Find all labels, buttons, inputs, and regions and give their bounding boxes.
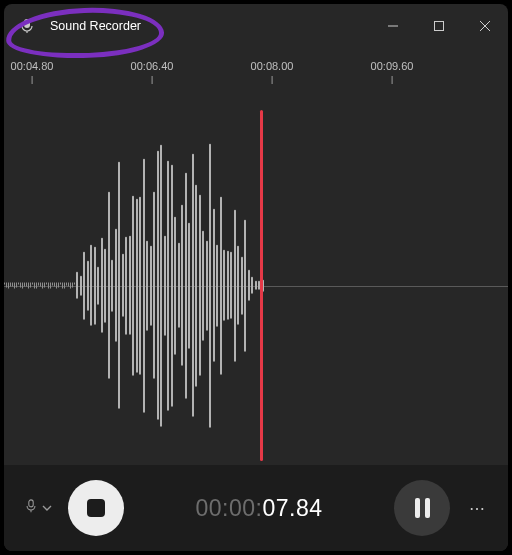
elapsed-timer: 00:00:07.84 bbox=[134, 495, 384, 522]
minimize-button[interactable] bbox=[370, 4, 416, 48]
titlebar: Sound Recorder bbox=[4, 4, 508, 48]
control-bar: 00:00:07.84 ⋯ bbox=[4, 465, 508, 551]
stop-button[interactable] bbox=[68, 480, 124, 536]
app-window: Sound Recorder 00:04.80 00:06.40 bbox=[4, 4, 508, 551]
ruler-tick: 00:09.60 bbox=[371, 60, 414, 84]
ellipsis-icon: ⋯ bbox=[469, 499, 486, 518]
tick-label: 00:04.80 bbox=[11, 60, 54, 72]
waveform-bars bbox=[76, 143, 264, 428]
svg-rect-0 bbox=[24, 19, 30, 28]
svg-rect-6 bbox=[29, 500, 33, 507]
stop-icon bbox=[87, 499, 105, 517]
window-controls bbox=[370, 4, 508, 48]
time-ruler: 00:04.80 00:06.40 00:08.00 00:09.60 bbox=[4, 48, 508, 92]
mic-icon bbox=[24, 499, 38, 517]
close-button[interactable] bbox=[462, 4, 508, 48]
mic-selector[interactable] bbox=[18, 493, 58, 523]
timer-dim: 00:00: bbox=[195, 495, 262, 521]
tick-label: 00:08.00 bbox=[251, 60, 294, 72]
playhead[interactable] bbox=[260, 110, 263, 461]
timer-seconds: 07.84 bbox=[262, 495, 322, 521]
tick-label: 00:06.40 bbox=[131, 60, 174, 72]
recorder-app-icon bbox=[18, 17, 36, 35]
svg-rect-3 bbox=[435, 22, 444, 31]
ruler-tick: 00:06.40 bbox=[131, 60, 174, 84]
pause-button[interactable] bbox=[394, 480, 450, 536]
waveform-zone[interactable] bbox=[4, 106, 508, 465]
pause-icon bbox=[415, 498, 430, 518]
chevron-down-icon bbox=[42, 499, 52, 517]
waveform-quiet-lead bbox=[4, 282, 75, 289]
app-title: Sound Recorder bbox=[50, 19, 141, 33]
timeline-area: 00:04.80 00:06.40 00:08.00 00:09.60 bbox=[4, 48, 508, 465]
more-button[interactable]: ⋯ bbox=[460, 499, 494, 518]
tick-label: 00:09.60 bbox=[371, 60, 414, 72]
maximize-button[interactable] bbox=[416, 4, 462, 48]
ruler-tick: 00:08.00 bbox=[251, 60, 294, 84]
ruler-tick: 00:04.80 bbox=[11, 60, 54, 84]
